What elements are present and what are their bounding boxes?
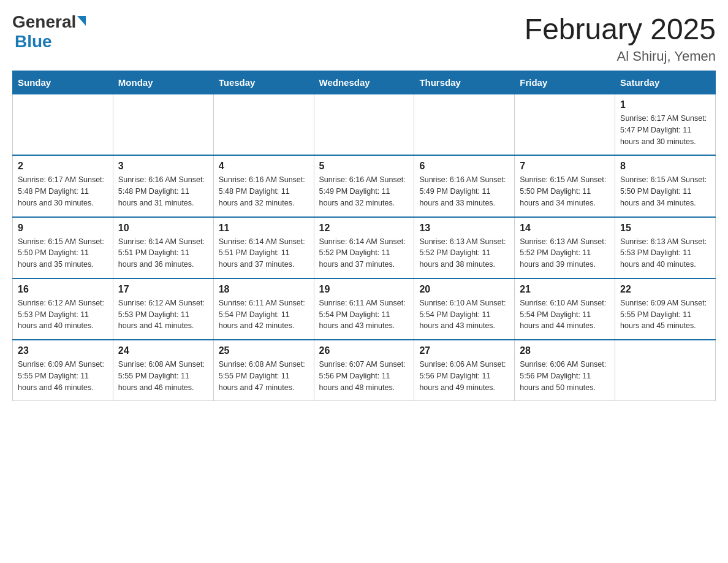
day-info: Sunrise: 6:06 AM Sunset: 5:56 PM Dayligh… xyxy=(419,359,509,393)
calendar-cell: 10Sunrise: 6:14 AM Sunset: 5:51 PM Dayli… xyxy=(113,217,213,278)
calendar-cell: 26Sunrise: 6:07 AM Sunset: 5:56 PM Dayli… xyxy=(314,340,414,401)
calendar-table: SundayMondayTuesdayWednesdayThursdayFrid… xyxy=(12,71,716,401)
calendar-cell: 15Sunrise: 6:13 AM Sunset: 5:53 PM Dayli… xyxy=(615,217,716,278)
day-number: 2 xyxy=(18,161,108,172)
calendar-cell xyxy=(314,94,414,156)
day-number: 17 xyxy=(118,284,208,295)
calendar-day-header-thursday: Thursday xyxy=(414,71,515,94)
calendar-cell: 28Sunrise: 6:06 AM Sunset: 5:56 PM Dayli… xyxy=(515,340,615,401)
day-info: Sunrise: 6:14 AM Sunset: 5:51 PM Dayligh… xyxy=(219,236,309,270)
day-number: 9 xyxy=(18,223,108,234)
logo-blue-text: Blue xyxy=(15,32,52,51)
day-number: 28 xyxy=(520,345,610,356)
day-info: Sunrise: 6:14 AM Sunset: 5:52 PM Dayligh… xyxy=(319,236,409,270)
day-info: Sunrise: 6:13 AM Sunset: 5:53 PM Dayligh… xyxy=(620,236,710,270)
calendar-cell xyxy=(515,94,615,156)
day-info: Sunrise: 6:10 AM Sunset: 5:54 PM Dayligh… xyxy=(520,297,610,332)
day-info: Sunrise: 6:06 AM Sunset: 5:56 PM Dayligh… xyxy=(520,359,610,393)
day-number: 16 xyxy=(18,284,108,295)
calendar-cell: 6Sunrise: 6:16 AM Sunset: 5:49 PM Daylig… xyxy=(414,155,515,216)
calendar-cell: 17Sunrise: 6:12 AM Sunset: 5:53 PM Dayli… xyxy=(113,278,213,340)
calendar-cell: 13Sunrise: 6:13 AM Sunset: 5:52 PM Dayli… xyxy=(414,217,515,278)
day-number: 24 xyxy=(118,345,208,356)
day-info: Sunrise: 6:16 AM Sunset: 5:48 PM Dayligh… xyxy=(118,174,208,209)
day-number: 13 xyxy=(419,223,509,234)
calendar-cell: 24Sunrise: 6:08 AM Sunset: 5:55 PM Dayli… xyxy=(113,340,213,401)
day-info: Sunrise: 6:15 AM Sunset: 5:50 PM Dayligh… xyxy=(620,174,710,209)
day-number: 21 xyxy=(520,284,610,295)
day-info: Sunrise: 6:08 AM Sunset: 5:55 PM Dayligh… xyxy=(219,359,309,393)
calendar-cell: 20Sunrise: 6:10 AM Sunset: 5:54 PM Dayli… xyxy=(414,278,515,340)
calendar-week-row: 16Sunrise: 6:12 AM Sunset: 5:53 PM Dayli… xyxy=(13,278,716,340)
location-title: Al Shiruj, Yemen xyxy=(525,48,716,64)
calendar-day-header-wednesday: Wednesday xyxy=(314,71,414,94)
calendar-header-row: SundayMondayTuesdayWednesdayThursdayFrid… xyxy=(13,71,716,94)
day-number: 22 xyxy=(620,284,710,295)
day-info: Sunrise: 6:08 AM Sunset: 5:55 PM Dayligh… xyxy=(118,359,208,393)
day-number: 20 xyxy=(419,284,509,295)
calendar-cell: 23Sunrise: 6:09 AM Sunset: 5:55 PM Dayli… xyxy=(13,340,113,401)
calendar-cell: 19Sunrise: 6:11 AM Sunset: 5:54 PM Dayli… xyxy=(314,278,414,340)
calendar-cell: 25Sunrise: 6:08 AM Sunset: 5:55 PM Dayli… xyxy=(213,340,314,401)
logo: General Blue xyxy=(12,12,86,52)
month-title: February 2025 xyxy=(525,12,716,46)
calendar-cell: 2Sunrise: 6:17 AM Sunset: 5:48 PM Daylig… xyxy=(13,155,113,216)
day-info: Sunrise: 6:16 AM Sunset: 5:49 PM Dayligh… xyxy=(419,174,509,209)
day-info: Sunrise: 6:13 AM Sunset: 5:52 PM Dayligh… xyxy=(520,236,610,270)
day-info: Sunrise: 6:09 AM Sunset: 5:55 PM Dayligh… xyxy=(620,297,710,332)
day-info: Sunrise: 6:17 AM Sunset: 5:47 PM Dayligh… xyxy=(620,113,710,147)
logo-general-text: General xyxy=(12,12,76,32)
calendar-week-row: 23Sunrise: 6:09 AM Sunset: 5:55 PM Dayli… xyxy=(13,340,716,401)
day-number: 26 xyxy=(319,345,409,356)
day-number: 19 xyxy=(319,284,409,295)
calendar-day-header-friday: Friday xyxy=(515,71,615,94)
calendar-day-header-monday: Monday xyxy=(113,71,213,94)
day-number: 18 xyxy=(219,284,309,295)
calendar-day-header-saturday: Saturday xyxy=(615,71,716,94)
day-info: Sunrise: 6:16 AM Sunset: 5:48 PM Dayligh… xyxy=(219,174,309,209)
calendar-cell xyxy=(113,94,213,156)
calendar-day-header-tuesday: Tuesday xyxy=(213,71,314,94)
day-info: Sunrise: 6:12 AM Sunset: 5:53 PM Dayligh… xyxy=(118,297,208,332)
day-info: Sunrise: 6:13 AM Sunset: 5:52 PM Dayligh… xyxy=(419,236,509,270)
day-info: Sunrise: 6:14 AM Sunset: 5:51 PM Dayligh… xyxy=(118,236,208,270)
logo-arrow-icon xyxy=(77,16,86,26)
day-info: Sunrise: 6:16 AM Sunset: 5:49 PM Dayligh… xyxy=(319,174,409,209)
day-info: Sunrise: 6:17 AM Sunset: 5:48 PM Dayligh… xyxy=(18,174,108,209)
calendar-cell: 7Sunrise: 6:15 AM Sunset: 5:50 PM Daylig… xyxy=(515,155,615,216)
calendar-cell xyxy=(13,94,113,156)
calendar-cell: 18Sunrise: 6:11 AM Sunset: 5:54 PM Dayli… xyxy=(213,278,314,340)
calendar-week-row: 9Sunrise: 6:15 AM Sunset: 5:50 PM Daylig… xyxy=(13,217,716,278)
page-header: General Blue February 2025 Al Shiruj, Ye… xyxy=(12,12,716,64)
calendar-cell: 14Sunrise: 6:13 AM Sunset: 5:52 PM Dayli… xyxy=(515,217,615,278)
calendar-cell: 16Sunrise: 6:12 AM Sunset: 5:53 PM Dayli… xyxy=(13,278,113,340)
calendar-cell xyxy=(414,94,515,156)
calendar-cell: 1Sunrise: 6:17 AM Sunset: 5:47 PM Daylig… xyxy=(615,94,716,156)
day-number: 11 xyxy=(219,223,309,234)
calendar-cell: 21Sunrise: 6:10 AM Sunset: 5:54 PM Dayli… xyxy=(515,278,615,340)
day-number: 1 xyxy=(620,99,710,110)
calendar-cell: 9Sunrise: 6:15 AM Sunset: 5:50 PM Daylig… xyxy=(13,217,113,278)
day-number: 4 xyxy=(219,161,309,172)
day-number: 14 xyxy=(520,223,610,234)
calendar-cell: 22Sunrise: 6:09 AM Sunset: 5:55 PM Dayli… xyxy=(615,278,716,340)
title-area: February 2025 Al Shiruj, Yemen xyxy=(525,12,716,64)
day-number: 6 xyxy=(419,161,509,172)
day-number: 12 xyxy=(319,223,409,234)
calendar-cell xyxy=(615,340,716,401)
calendar-day-header-sunday: Sunday xyxy=(13,71,113,94)
day-info: Sunrise: 6:10 AM Sunset: 5:54 PM Dayligh… xyxy=(419,297,509,332)
day-number: 7 xyxy=(520,161,610,172)
day-info: Sunrise: 6:15 AM Sunset: 5:50 PM Dayligh… xyxy=(520,174,610,209)
calendar-cell: 12Sunrise: 6:14 AM Sunset: 5:52 PM Dayli… xyxy=(314,217,414,278)
day-info: Sunrise: 6:11 AM Sunset: 5:54 PM Dayligh… xyxy=(219,297,309,332)
day-info: Sunrise: 6:15 AM Sunset: 5:50 PM Dayligh… xyxy=(18,236,108,270)
day-info: Sunrise: 6:07 AM Sunset: 5:56 PM Dayligh… xyxy=(319,359,409,393)
day-number: 10 xyxy=(118,223,208,234)
day-info: Sunrise: 6:09 AM Sunset: 5:55 PM Dayligh… xyxy=(18,359,108,393)
calendar-cell: 5Sunrise: 6:16 AM Sunset: 5:49 PM Daylig… xyxy=(314,155,414,216)
day-number: 5 xyxy=(319,161,409,172)
day-info: Sunrise: 6:11 AM Sunset: 5:54 PM Dayligh… xyxy=(319,297,409,332)
calendar-cell: 27Sunrise: 6:06 AM Sunset: 5:56 PM Dayli… xyxy=(414,340,515,401)
calendar-week-row: 1Sunrise: 6:17 AM Sunset: 5:47 PM Daylig… xyxy=(13,94,716,156)
